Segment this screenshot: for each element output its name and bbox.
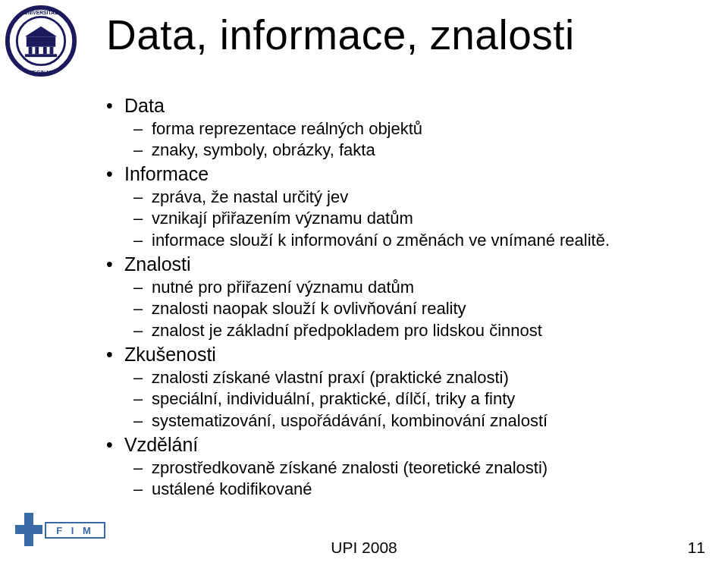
bullet-informace-sub1: zpráva, že nastal určitý jev <box>106 187 682 208</box>
bullet-zkusenosti-sub3: systematizování, uspořádávání, kombinová… <box>106 411 682 432</box>
bullet-data: Data <box>106 94 682 118</box>
svg-rect-4 <box>29 47 33 55</box>
fim-text: F I M <box>56 525 94 536</box>
svg-marker-3 <box>25 27 57 36</box>
svg-rect-11 <box>24 513 33 525</box>
svg-rect-2 <box>27 36 55 46</box>
slide: { "title": "Data, informace, znalosti", … <box>0 0 728 575</box>
bullet-informace-sub3: informace slouží k informování o změnách… <box>106 231 682 251</box>
bullet-znalosti-sub1: nutné pro přiřazení významu datům <box>106 278 682 298</box>
svg-rect-6 <box>43 47 47 55</box>
bullet-informace-sub2: vznikají přiřazením významu datům <box>106 209 682 229</box>
slide-footer: UPI 2008 11 <box>0 539 728 561</box>
svg-text:REGINAE: REGINAE <box>30 70 53 75</box>
bullet-vzdelani-sub1: zprostředkovaně získané znalosti (teoret… <box>106 458 682 479</box>
svg-rect-8 <box>25 54 57 57</box>
slide-content: Data forma reprezentace reálných objektů… <box>106 94 682 500</box>
svg-rect-13 <box>24 525 33 534</box>
university-seal-logo: UNIVERSITAS REGINAE <box>5 5 77 77</box>
bullet-informace: Informace <box>106 162 682 186</box>
bullet-znalosti: Znalosti <box>106 253 682 276</box>
seal-icon: UNIVERSITAS REGINAE <box>5 5 77 77</box>
slide-title: Data, informace, znalosti <box>106 11 575 59</box>
svg-rect-12 <box>15 525 24 534</box>
bullet-data-sub1: forma reprezentace reálných objektů <box>106 119 682 140</box>
bullet-vzdelani: Vzdělání <box>106 433 682 457</box>
svg-rect-14 <box>33 525 42 534</box>
bullet-znalosti-sub2: znalosti naopak slouží k ovlivňování rea… <box>106 299 682 319</box>
svg-rect-7 <box>50 47 54 55</box>
bullet-zkusenosti-sub1: znalosti získané vlastní praxí (praktick… <box>106 368 682 388</box>
bullet-zkusenosti: Zkušenosti <box>106 343 682 366</box>
page-number: 11 <box>688 539 705 557</box>
bullet-zkusenosti-sub2: speciální, individuální, praktické, dílč… <box>106 389 682 410</box>
svg-text:UNIVERSITAS: UNIVERSITAS <box>24 10 58 15</box>
bullet-znalosti-sub3: znalost je základní předpokladem pro lid… <box>106 321 682 341</box>
bullet-vzdelani-sub2: ustálené kodifikované <box>106 479 682 500</box>
svg-rect-5 <box>35 47 39 55</box>
bullet-data-sub2: znaky, symboly, obrázky, fakta <box>106 140 682 161</box>
footer-course: UPI 2008 <box>331 539 397 557</box>
